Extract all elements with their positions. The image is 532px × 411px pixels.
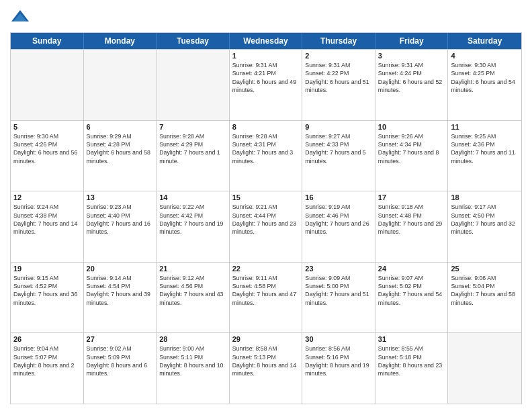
cell-day-number: 4 [451,52,519,60]
cell-day-number: 24 [378,265,445,273]
cell-info: Sunrise: 9:29 AM Sunset: 4:28 PM Dayligh… [87,132,154,165]
cell-day-number: 20 [87,265,154,273]
cell-info: Sunrise: 8:56 AM Sunset: 5:16 PM Dayligh… [305,345,372,377]
cal-cell: 5Sunrise: 9:30 AM Sunset: 4:26 PM Daylig… [11,121,84,191]
cal-cell: 16Sunrise: 9:19 AM Sunset: 4:46 PM Dayli… [302,191,375,262]
cal-cell: 14Sunrise: 9:22 AM Sunset: 4:42 PM Dayli… [157,191,230,262]
cell-day-number: 17 [378,193,445,201]
cell-info: Sunrise: 9:30 AM Sunset: 4:26 PM Dayligh… [13,132,81,165]
cell-day-number: 19 [13,265,81,273]
cell-info: Sunrise: 9:14 AM Sunset: 4:54 PM Dayligh… [87,274,154,307]
cal-cell: 23Sunrise: 9:09 AM Sunset: 5:00 PM Dayli… [302,263,375,333]
cell-info: Sunrise: 9:11 AM Sunset: 4:58 PM Dayligh… [232,274,300,307]
cell-day-number: 16 [305,193,372,201]
cell-info: Sunrise: 9:31 AM Sunset: 4:21 PM Dayligh… [232,61,300,94]
cal-cell: 21Sunrise: 9:12 AM Sunset: 4:56 PM Dayli… [157,263,230,333]
cell-day-number: 14 [159,193,226,201]
cell-day-number: 10 [378,123,445,131]
cell-day-number: 11 [451,123,519,131]
cal-cell [448,333,521,404]
cal-cell: 3Sunrise: 9:31 AM Sunset: 4:24 PM Daylig… [375,50,449,120]
cell-day-number: 8 [232,123,300,131]
header-day-monday: Monday [84,33,157,49]
cell-info: Sunrise: 9:31 AM Sunset: 4:22 PM Dayligh… [305,61,372,94]
logo [10,7,33,27]
cell-info: Sunrise: 9:25 AM Sunset: 4:36 PM Dayligh… [451,132,519,165]
cell-info: Sunrise: 8:58 AM Sunset: 5:13 PM Dayligh… [232,345,300,377]
cal-cell: 29Sunrise: 8:58 AM Sunset: 5:13 PM Dayli… [230,333,303,404]
cal-cell: 28Sunrise: 9:00 AM Sunset: 5:11 PM Dayli… [157,333,230,404]
cal-cell: 30Sunrise: 8:56 AM Sunset: 5:16 PM Dayli… [302,333,375,404]
cell-info: Sunrise: 9:19 AM Sunset: 4:46 PM Dayligh… [305,203,372,236]
cell-info: Sunrise: 9:12 AM Sunset: 4:56 PM Dayligh… [159,274,226,307]
cell-info: Sunrise: 9:28 AM Sunset: 4:31 PM Dayligh… [232,132,300,165]
header-day-wednesday: Wednesday [230,33,303,49]
cell-info: Sunrise: 9:17 AM Sunset: 4:50 PM Dayligh… [451,203,519,236]
cell-day-number: 28 [159,335,226,343]
cell-day-number: 3 [378,52,445,60]
cell-day-number: 31 [378,335,445,343]
cell-day-number: 26 [13,335,81,343]
cal-cell: 19Sunrise: 9:15 AM Sunset: 4:52 PM Dayli… [11,263,84,333]
cal-cell: 12Sunrise: 9:24 AM Sunset: 4:38 PM Dayli… [11,191,84,262]
week-row-2: 5Sunrise: 9:30 AM Sunset: 4:26 PM Daylig… [11,120,521,191]
cal-cell: 15Sunrise: 9:21 AM Sunset: 4:44 PM Dayli… [230,191,303,262]
cell-day-number: 21 [159,265,226,273]
cell-day-number: 7 [159,123,226,131]
cal-cell: 11Sunrise: 9:25 AM Sunset: 4:36 PM Dayli… [448,121,521,191]
cell-info: Sunrise: 9:23 AM Sunset: 4:40 PM Dayligh… [87,203,154,236]
cal-cell: 10Sunrise: 9:26 AM Sunset: 4:34 PM Dayli… [375,121,449,191]
cell-info: Sunrise: 9:26 AM Sunset: 4:34 PM Dayligh… [378,132,445,165]
cal-cell: 18Sunrise: 9:17 AM Sunset: 4:50 PM Dayli… [448,191,521,262]
cell-info: Sunrise: 9:30 AM Sunset: 4:25 PM Dayligh… [451,61,519,94]
calendar: SundayMondayTuesdayWednesdayThursdayFrid… [10,32,522,404]
cal-cell: 25Sunrise: 9:06 AM Sunset: 5:04 PM Dayli… [448,263,521,333]
cal-cell: 2Sunrise: 9:31 AM Sunset: 4:22 PM Daylig… [302,50,375,120]
cell-day-number: 22 [232,265,300,273]
page: SundayMondayTuesdayWednesdayThursdayFrid… [0,0,532,411]
cell-info: Sunrise: 8:55 AM Sunset: 5:18 PM Dayligh… [378,345,445,377]
cell-info: Sunrise: 9:04 AM Sunset: 5:07 PM Dayligh… [13,345,81,377]
cal-cell: 8Sunrise: 9:28 AM Sunset: 4:31 PM Daylig… [230,121,303,191]
cal-cell: 9Sunrise: 9:27 AM Sunset: 4:33 PM Daylig… [302,121,375,191]
calendar-header: SundayMondayTuesdayWednesdayThursdayFrid… [11,33,521,49]
cell-info: Sunrise: 9:00 AM Sunset: 5:11 PM Dayligh… [159,345,226,377]
cal-cell: 22Sunrise: 9:11 AM Sunset: 4:58 PM Dayli… [230,263,303,333]
cell-info: Sunrise: 9:22 AM Sunset: 4:42 PM Dayligh… [159,203,226,236]
week-row-1: 1Sunrise: 9:31 AM Sunset: 4:21 PM Daylig… [11,49,521,120]
cal-cell [157,50,230,120]
cal-cell: 7Sunrise: 9:28 AM Sunset: 4:29 PM Daylig… [157,121,230,191]
cell-info: Sunrise: 9:15 AM Sunset: 4:52 PM Dayligh… [13,274,81,307]
cell-info: Sunrise: 9:06 AM Sunset: 5:04 PM Dayligh… [451,274,519,307]
cell-info: Sunrise: 9:02 AM Sunset: 5:09 PM Dayligh… [87,345,154,377]
cal-cell [11,50,84,120]
header-day-sunday: Sunday [11,33,84,49]
cal-cell: 27Sunrise: 9:02 AM Sunset: 5:09 PM Dayli… [84,333,157,404]
week-row-4: 19Sunrise: 9:15 AM Sunset: 4:52 PM Dayli… [11,262,521,333]
cell-info: Sunrise: 9:09 AM Sunset: 5:00 PM Dayligh… [305,274,372,307]
cal-cell: 4Sunrise: 9:30 AM Sunset: 4:25 PM Daylig… [448,50,521,120]
cell-day-number: 5 [13,123,81,131]
header [10,7,522,27]
logo-icon [10,7,30,27]
week-row-5: 26Sunrise: 9:04 AM Sunset: 5:07 PM Dayli… [11,332,521,404]
cell-day-number: 9 [305,123,372,131]
cell-day-number: 15 [232,193,300,201]
cal-cell: 1Sunrise: 9:31 AM Sunset: 4:21 PM Daylig… [230,50,303,120]
cell-info: Sunrise: 9:27 AM Sunset: 4:33 PM Dayligh… [305,132,372,165]
cell-info: Sunrise: 9:21 AM Sunset: 4:44 PM Dayligh… [232,203,300,236]
cal-cell: 26Sunrise: 9:04 AM Sunset: 5:07 PM Dayli… [11,333,84,404]
cell-day-number: 12 [13,193,81,201]
cell-day-number: 6 [87,123,154,131]
cell-info: Sunrise: 9:24 AM Sunset: 4:38 PM Dayligh… [13,203,81,236]
cal-cell: 17Sunrise: 9:18 AM Sunset: 4:48 PM Dayli… [375,191,449,262]
header-day-friday: Friday [375,33,449,49]
cell-day-number: 13 [87,193,154,201]
cal-cell: 31Sunrise: 8:55 AM Sunset: 5:18 PM Dayli… [375,333,449,404]
cal-cell: 13Sunrise: 9:23 AM Sunset: 4:40 PM Dayli… [84,191,157,262]
cal-cell: 6Sunrise: 9:29 AM Sunset: 4:28 PM Daylig… [84,121,157,191]
cell-info: Sunrise: 9:28 AM Sunset: 4:29 PM Dayligh… [159,132,226,165]
week-row-3: 12Sunrise: 9:24 AM Sunset: 4:38 PM Dayli… [11,191,521,262]
calendar-body: 1Sunrise: 9:31 AM Sunset: 4:21 PM Daylig… [11,49,521,404]
cal-cell [84,50,157,120]
